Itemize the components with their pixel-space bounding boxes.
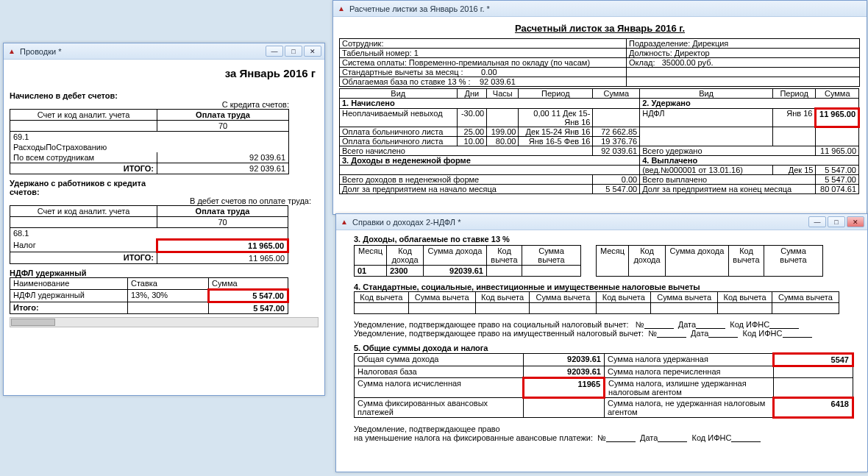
r-taxhold-v: 5547: [774, 354, 853, 366]
horizontal-scrollbar[interactable]: [10, 317, 319, 327]
field-ifns1: [769, 320, 799, 329]
l-date: Дата: [678, 320, 696, 329]
notice3a: Уведомление, подтверждающее право: [354, 425, 861, 433]
r-b2: Оплата больничного листа: [340, 137, 458, 146]
window-payslip: ▲ Расчетные листки за Январь 2016 г. * Р…: [332, 0, 867, 215]
minimize-button[interactable]: —: [808, 216, 826, 227]
itogo-val: 92 039.61: [157, 163, 289, 174]
section-debit: Начислено в дебет счетов:: [10, 87, 319, 100]
l-ifns2: Код ИФНС: [743, 329, 783, 338]
r-nev-period: 0,00 11 Дек 15-Янв 16: [519, 109, 593, 127]
ndfl-table: Наименование Ставка Сумма НДФЛ удержанны…: [10, 277, 289, 314]
h-hours: Часы: [487, 89, 519, 99]
r-ndfl-sum: 11 965.00: [816, 109, 859, 127]
ndfl-total-label: Итого:: [10, 302, 128, 314]
period-heading: за Январь 2016 г: [10, 67, 316, 79]
s3: 3. Доходы в неденежной форме: [340, 156, 640, 166]
titlebar[interactable]: ▲ Справки о доходах 2-НДФЛ * — □ ✕: [336, 214, 867, 230]
l-ifns: Код ИФНС: [730, 320, 769, 329]
h-incsum: Сумма дохода: [424, 246, 487, 266]
h-period-r: Период: [772, 89, 815, 99]
header-info: Сотрудник: Подразделение: Дирекция Табел…: [339, 38, 860, 87]
h-days: Дни: [457, 89, 487, 99]
dept-label: Подразделение:: [629, 39, 690, 48]
name-insurance: РасходыПоСтрахованию: [10, 142, 289, 152]
r-taxcalc: Сумма налога исчисленная: [355, 378, 524, 398]
titlebar[interactable]: ▲ Проводки * — □ ✕: [4, 43, 324, 60]
r-inccode: 2300: [387, 266, 424, 277]
l-no2: №: [648, 329, 657, 338]
h-dedsum2: Сумма вычета: [764, 246, 823, 277]
r-tot-vy: Всего выплачено: [640, 175, 816, 185]
window-title: Проводки *: [20, 47, 263, 56]
field-ifns2: [783, 329, 812, 338]
h-sum: Сумма: [209, 278, 288, 290]
sub-debit: В дебет счетов по оплате труда:: [10, 196, 319, 205]
maximize-button[interactable]: □: [285, 46, 302, 57]
h-ds2: Сумма вычета: [530, 292, 597, 303]
ndfl-rate: 13%, 30%: [128, 290, 209, 302]
r-taxbase-v: 92039.61: [524, 366, 605, 378]
app-icon: ▲: [336, 4, 346, 14]
r-b2-days: 10.00: [457, 137, 487, 146]
r-taxover: Сумма налога, излишне удержанная налогов…: [605, 378, 774, 398]
r-nev-hours: [487, 109, 519, 127]
notice1: Уведомление, подтверждающее право на соц…: [354, 320, 629, 329]
section-ndfl: НДФЛ удержанный: [10, 264, 319, 277]
section4: 4. Стандартные, социальные, инвестиционн…: [354, 283, 861, 291]
h-dc1: Код вычета: [355, 292, 409, 303]
base13-val: 92 039.61: [480, 77, 516, 86]
s1: 1. Начислено: [340, 99, 640, 109]
totals-table: Общая сумма дохода 92039.61 Сумма налога…: [354, 352, 854, 419]
r-dolg-end-sum: 80 074.61: [816, 185, 859, 194]
income-table-b: Месяц Код дохода Сумма дохода Код вычета…: [596, 245, 823, 277]
field-date3: [658, 433, 687, 442]
minimize-button[interactable]: —: [266, 46, 283, 57]
r-taxnot-v: 6418: [774, 398, 853, 418]
window-2ndfl: ▲ Справки о доходах 2-НДФЛ * — □ ✕ 3. До…: [335, 213, 868, 472]
h-dc3: Код вычета: [597, 292, 651, 303]
name-allemp: По всем сотрудникам: [10, 152, 157, 163]
stdded-val: 0.00: [481, 68, 497, 77]
paysys-val: Повременно-премиальная по окладу (по час…: [409, 58, 590, 67]
emp-label: Сотрудник:: [342, 39, 384, 48]
scrollbar-thumb[interactable]: [11, 319, 55, 326]
h-vid-l: Вид: [340, 89, 458, 99]
debit-table: Счет и код аналит. учета Оплата труда 70…: [10, 109, 289, 174]
h-mon: Месяц: [355, 246, 387, 266]
maximize-button[interactable]: □: [828, 216, 845, 227]
r-taxnot: Сумма налога, не удержанная налоговым аг…: [605, 398, 774, 418]
tabnum-val: 1: [414, 49, 419, 57]
h-dedcode2: Код вычета: [729, 246, 764, 277]
val-allemp: 92 039.61: [157, 152, 289, 163]
r-dolg-start-sum: 5 547.00: [593, 185, 640, 194]
app-icon: ▲: [339, 217, 349, 227]
r-tot-vy-sum: 5 547.00: [816, 175, 859, 185]
content: 3. Доходы, облагаемые по ставке 13 % Мес…: [336, 230, 867, 472]
h-period-l: Период: [519, 89, 593, 99]
paysys-label: Система оплаты:: [342, 58, 407, 67]
h-ds3: Сумма вычета: [651, 292, 718, 303]
base13-label: Облагаемая база по ставке 13 % :: [342, 77, 471, 86]
itogo2-val: 11 965.00: [157, 252, 288, 264]
close-button[interactable]: ✕: [847, 216, 864, 227]
close-button[interactable]: ✕: [304, 46, 321, 57]
sheet-heading: Расчетный листок за Январь 2016 г.: [339, 23, 861, 34]
content: за Январь 2016 г Начислено в дебет счето…: [4, 60, 324, 395]
r-b1-sum: 72 662.85: [593, 127, 640, 137]
r-incsum: 92039.61: [424, 266, 487, 277]
withheld-table: Счет и код аналит. учета Оплата труда 70…: [10, 205, 289, 264]
r-tot-dn-sum: 0.00: [593, 175, 640, 185]
r-b1-period: Дек 15-24 Янв 16: [519, 127, 593, 137]
sub-credit: С кредита счетов:: [10, 100, 319, 109]
section5: 5. Общие суммы дохода и налога: [354, 344, 861, 352]
r-b2-sum: 19 376.76: [593, 137, 640, 146]
h-dedsum: Сумма вычета: [522, 246, 581, 266]
name-tax: Налог: [10, 240, 157, 252]
r-dolg-start: Долг за предприятием на начало месяца: [340, 185, 593, 194]
window-title: Расчетные листки за Январь 2016 г. *: [349, 4, 864, 13]
titlebar[interactable]: ▲ Расчетные листки за Январь 2016 г. *: [333, 1, 867, 17]
ndfl-total-sum: 5 547.00: [209, 302, 288, 314]
s4: 4. Выплачено: [640, 156, 859, 166]
h-rate: Ставка: [128, 278, 209, 290]
